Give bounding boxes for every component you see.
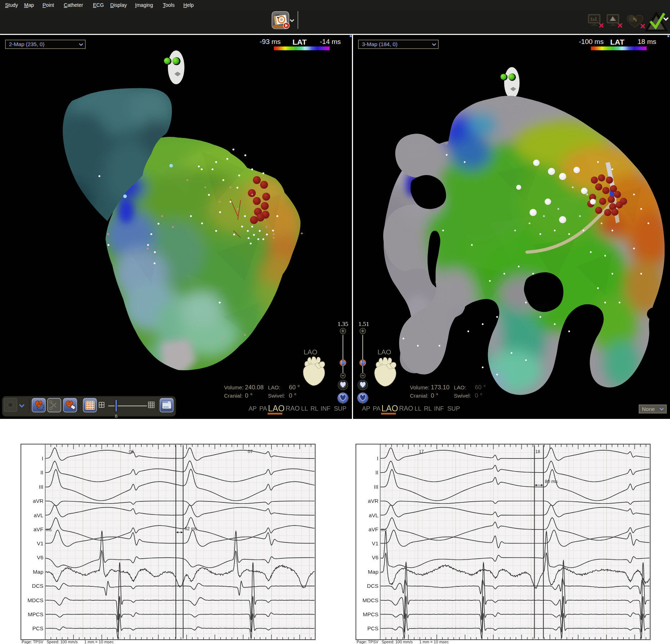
svg-text:0 °: 0 ° (289, 392, 296, 399)
svg-text:0 °: 0 ° (475, 392, 482, 399)
svg-text:2-Map (235, 0): 2-Map (235, 0) (9, 41, 44, 47)
svg-text:RAO: RAO (399, 405, 413, 412)
svg-text:ECG: ECG (93, 2, 104, 8)
svg-text:-100 ms: -100 ms (579, 38, 604, 45)
svg-text:V1: V1 (37, 540, 43, 546)
svg-text:LAT: LAT (292, 38, 307, 46)
svg-text:18: 18 (535, 449, 540, 454)
svg-text:LL: LL (415, 405, 421, 412)
svg-text:V6: V6 (372, 554, 378, 560)
svg-text:60 °: 60 ° (289, 384, 300, 391)
svg-text:V6: V6 (37, 554, 43, 560)
svg-text:PA: PA (373, 405, 381, 412)
svg-text:-14 ms: -14 ms (320, 38, 341, 45)
svg-text:Swivel:: Swivel: (454, 393, 471, 399)
svg-text:aVR: aVR (33, 498, 43, 504)
svg-text:Tools: Tools (163, 2, 175, 8)
svg-text:DCS: DCS (367, 583, 379, 589)
svg-text:SUP: SUP (334, 405, 347, 412)
svg-text:MDCS: MDCS (362, 597, 378, 603)
svg-text:LAO: LAO (268, 404, 285, 413)
svg-text:aVL: aVL (34, 512, 44, 518)
svg-text:1.35: 1.35 (338, 321, 348, 327)
svg-text:SUP: SUP (447, 405, 460, 412)
svg-text:3-Map (184, 0): 3-Map (184, 0) (362, 41, 397, 47)
svg-text:LAO: LAO (304, 348, 317, 356)
svg-text:V1: V1 (372, 540, 378, 546)
svg-text:PCS: PCS (32, 625, 44, 631)
svg-text:Map: Map (33, 569, 43, 575)
svg-text:MPCS: MPCS (28, 611, 43, 617)
svg-text:Study: Study (5, 2, 18, 8)
svg-text:-93 ms: -93 ms (260, 38, 281, 45)
svg-text:LAO:: LAO: (454, 384, 466, 390)
svg-text:Point: Point (43, 2, 54, 8)
svg-text:MPCS: MPCS (363, 611, 378, 617)
svg-text:III: III (39, 484, 44, 490)
svg-text:AP: AP (249, 405, 257, 412)
svg-text:LAO: LAO (381, 404, 398, 413)
svg-text:0 °: 0 ° (245, 392, 253, 399)
svg-text:Map: Map (368, 569, 378, 575)
svg-text:LAO: LAO (378, 348, 391, 356)
svg-text:Display: Display (110, 2, 127, 8)
svg-text:aVL: aVL (369, 512, 379, 518)
svg-text:Imaging: Imaging (135, 2, 153, 8)
svg-text:aVF: aVF (34, 526, 44, 532)
svg-text:Catheter: Catheter (64, 2, 83, 8)
svg-text:aVR: aVR (368, 498, 378, 504)
svg-text:LAT: LAT (610, 38, 624, 46)
svg-text:Help: Help (183, 2, 194, 8)
svg-text:6: 6 (115, 413, 117, 419)
svg-text:60 °: 60 ° (475, 384, 486, 391)
svg-text:RL: RL (424, 405, 432, 412)
svg-text:II: II (375, 469, 378, 475)
svg-text:18 ms: 18 ms (638, 38, 656, 45)
svg-text:AP: AP (362, 405, 370, 412)
svg-text:LAO:: LAO: (268, 384, 280, 390)
svg-text:aVF: aVF (368, 526, 379, 532)
svg-text:None: None (642, 406, 655, 412)
svg-text:1.51: 1.51 (358, 321, 369, 327)
svg-text:173.10: 173.10 (431, 384, 450, 391)
svg-text:Page: TPSV Speed: 100 mm/s: Page: TPSV Speed: 100 mm/s 1 mm = 10 mse… (22, 640, 114, 644)
svg-text:III: III (374, 484, 379, 490)
svg-text:Cranial:: Cranial: (410, 393, 429, 399)
svg-text:INF: INF (434, 405, 444, 412)
svg-text:PA: PA (259, 405, 267, 412)
svg-text:Map: Map (24, 2, 34, 8)
svg-text:Cranial:: Cranial: (224, 393, 243, 399)
svg-text:07: 07 (248, 449, 253, 454)
svg-text:RAO: RAO (286, 405, 300, 412)
svg-text:240.08: 240.08 (245, 384, 264, 391)
svg-text:Swivel:: Swivel: (268, 393, 285, 399)
svg-text:RL: RL (311, 405, 318, 412)
svg-text:Page: TPSV Speed: 100 mm/s: Page: TPSV Speed: 100 mm/s 1 mm = 10 mse… (357, 640, 449, 644)
svg-text:MDCS: MDCS (27, 597, 43, 603)
svg-text:LL: LL (301, 405, 308, 412)
svg-text:INF: INF (321, 405, 330, 412)
svg-text:I: I (377, 455, 378, 461)
svg-text:I: I (42, 455, 43, 461)
svg-text:DCS: DCS (32, 583, 44, 589)
svg-text:0 °: 0 ° (431, 392, 438, 399)
svg-text:Volume:: Volume: (224, 384, 244, 390)
svg-text:Volume:: Volume: (410, 384, 429, 390)
svg-text:PCS: PCS (367, 625, 379, 631)
svg-text:II: II (40, 469, 43, 475)
